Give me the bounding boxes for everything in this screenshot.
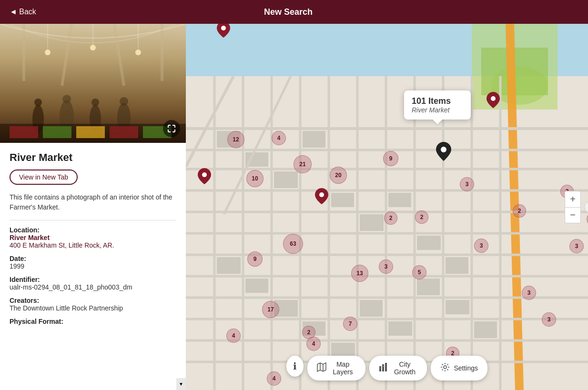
map-cluster-c20[interactable]: 4 <box>226 329 241 343</box>
identifier-field: Identifier: ualr-ms-0294_08_01_81_18_pho… <box>10 276 176 291</box>
location-address: 400 E Markham St, Little Rock, AR. <box>10 241 176 249</box>
svg-rect-56 <box>274 171 298 188</box>
map-cluster-c9[interactable]: 2 <box>384 211 397 225</box>
city-growth-icon <box>379 362 388 374</box>
map-pin-2[interactable] <box>198 168 211 184</box>
location-name[interactable]: River Market <box>10 234 176 241</box>
svg-point-74 <box>491 96 496 101</box>
zoom-out-button[interactable]: − <box>565 207 581 223</box>
map-cluster-c7[interactable]: 3 <box>460 177 474 191</box>
svg-rect-70 <box>417 279 440 295</box>
city-growth-button[interactable]: City Growth <box>369 356 427 380</box>
zoom-controls: + − <box>565 191 581 223</box>
map-area[interactable]: ◄ <box>186 24 588 390</box>
date-field: Date: 1999 <box>10 255 176 270</box>
city-growth-label: City Growth <box>392 360 418 376</box>
svg-point-76 <box>319 192 324 197</box>
map-cluster-c10[interactable]: 63 <box>283 234 303 254</box>
map-layers-label: Map Layers <box>330 360 356 376</box>
map-cluster-c8[interactable]: 2 <box>415 210 428 224</box>
svg-rect-57 <box>303 131 325 148</box>
svg-rect-58 <box>331 193 354 207</box>
map-cluster-c4[interactable]: 10 <box>246 170 264 187</box>
svg-rect-84 <box>383 366 384 367</box>
identifier-value: ualr-ms-0294_08_01_81_18_pho003_dm <box>10 283 176 291</box>
date-value: 1999 <box>10 262 176 270</box>
svg-rect-21 <box>10 126 38 138</box>
svg-rect-59 <box>360 214 384 231</box>
map-cluster-c5[interactable]: 20 <box>330 167 347 184</box>
map-pin-0[interactable] <box>217 24 230 38</box>
map-cluster-c12[interactable]: 13 <box>351 265 368 282</box>
settings-icon <box>440 362 450 374</box>
svg-rect-64 <box>245 279 268 293</box>
svg-point-85 <box>444 366 446 369</box>
divider <box>10 220 176 220</box>
svg-rect-24 <box>110 126 138 138</box>
panel-description: This file contains a photograph of an in… <box>10 192 176 212</box>
top-bar: ◄ Back New Search <box>0 0 588 24</box>
tooltip-count: 101 Items <box>412 96 463 106</box>
zoom-in-button[interactable]: + <box>565 191 581 207</box>
main-map-pin[interactable] <box>436 142 451 163</box>
svg-point-8 <box>135 50 141 55</box>
location-label: Location: <box>10 226 176 234</box>
svg-rect-83 <box>380 368 381 369</box>
info-button[interactable]: ℹ <box>286 356 304 377</box>
svg-rect-60 <box>388 193 411 207</box>
map-cluster-c17[interactable]: 17 <box>262 301 279 318</box>
view-new-tab-button[interactable]: View in New Tab <box>10 170 78 185</box>
svg-rect-22 <box>43 126 71 138</box>
creators-field: Creators: The Downtown Little Rock Partn… <box>10 297 176 312</box>
map-background <box>186 24 588 390</box>
svg-point-77 <box>441 147 446 152</box>
place-title: River Market <box>10 151 176 164</box>
svg-point-15 <box>62 95 71 103</box>
map-pin-3[interactable] <box>315 188 328 204</box>
svg-rect-61 <box>417 236 441 250</box>
map-cluster-c21[interactable]: 4 <box>306 337 321 351</box>
map-cluster-c16[interactable]: 3 <box>522 286 536 300</box>
back-button[interactable]: ◄ Back <box>10 8 36 16</box>
location-field: Location: River Market 400 E Markham St,… <box>10 226 176 249</box>
svg-rect-63 <box>217 257 241 274</box>
svg-rect-62 <box>446 257 468 274</box>
tooltip-arrow <box>433 120 442 124</box>
map-cluster-c18[interactable]: 7 <box>343 317 357 331</box>
map-pin-1[interactable] <box>487 92 500 108</box>
map-cluster-c6[interactable]: 9 <box>383 151 398 166</box>
settings-label: Settings <box>454 364 478 372</box>
map-layers-button[interactable]: Map Layers <box>307 356 365 380</box>
map-cluster-c3[interactable]: 21 <box>294 155 312 173</box>
creators-value: The Downtown Little Rock Partnership <box>10 304 176 312</box>
tooltip-name: River Market <box>412 106 463 114</box>
info-icon: ℹ <box>293 360 297 372</box>
svg-point-7 <box>90 45 96 50</box>
map-cluster-c14[interactable]: 3 <box>379 260 393 274</box>
svg-point-73 <box>221 26 226 30</box>
physical-format-label: Physical Format: <box>10 318 176 325</box>
map-cluster-c29[interactable]: 3 <box>569 239 584 253</box>
expand-photo-button[interactable] <box>163 120 180 137</box>
map-cluster-c15[interactable]: 3 <box>474 239 488 253</box>
settings-button[interactable]: Settings <box>431 356 487 380</box>
left-panel: ▲ <box>0 24 186 390</box>
page-title: New Search <box>264 7 313 17</box>
map-cluster-c31[interactable]: 3 <box>542 312 556 327</box>
map-cluster-c13[interactable]: 5 <box>412 265 426 280</box>
photo-image <box>0 24 186 143</box>
svg-rect-71 <box>446 300 469 314</box>
physical-format-field: Physical Format: <box>10 318 176 325</box>
scroll-down[interactable]: ▼ <box>176 378 186 390</box>
map-cluster-c2[interactable]: 4 <box>272 131 286 145</box>
svg-rect-80 <box>379 366 381 371</box>
map-cluster-c1[interactable]: 12 <box>227 131 244 148</box>
panel-info: River Market View in New Tab This file c… <box>0 143 186 390</box>
map-cluster-c26[interactable]: 2 <box>513 204 526 218</box>
main-content: ▲ <box>0 24 588 390</box>
map-cluster-c24[interactable]: 4 <box>267 371 281 386</box>
svg-point-75 <box>202 172 207 177</box>
bottom-toolbar: ℹ Map Layers <box>286 356 487 380</box>
svg-rect-81 <box>382 364 384 371</box>
map-cluster-c11[interactable]: 9 <box>247 251 263 267</box>
